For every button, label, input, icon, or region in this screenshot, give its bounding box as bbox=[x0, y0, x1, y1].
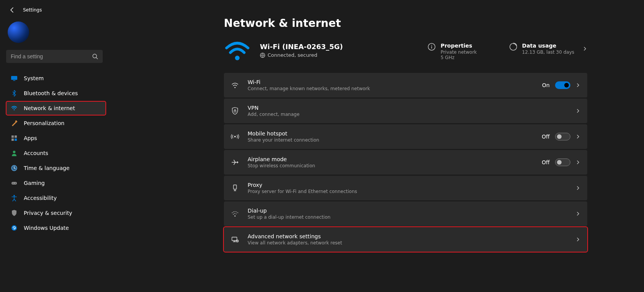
data-usage-icon bbox=[509, 43, 518, 51]
properties-line2: 5 GHz bbox=[440, 55, 476, 60]
monitor-icon bbox=[11, 75, 18, 82]
chevron-right-icon bbox=[583, 46, 587, 51]
settings-item-list: Wi-Fi Connect, manage known networks, me… bbox=[224, 73, 587, 252]
page-title: Network & internet bbox=[224, 17, 587, 30]
proxy-icon bbox=[231, 184, 239, 192]
chevron-right-icon bbox=[576, 237, 580, 242]
globe-icon bbox=[260, 53, 265, 58]
svg-rect-8 bbox=[15, 139, 17, 141]
sidebar-item-apps[interactable]: Apps bbox=[6, 131, 106, 145]
list-item-airplane[interactable]: Airplane mode Stop wireless communicatio… bbox=[224, 150, 587, 175]
avatar[interactable] bbox=[8, 21, 29, 43]
svg-point-13 bbox=[15, 183, 16, 184]
properties-card[interactable]: Properties Private network 5 GHz bbox=[427, 40, 476, 60]
wifi-icon bbox=[231, 81, 239, 89]
svg-rect-6 bbox=[15, 135, 17, 138]
svg-point-15 bbox=[12, 225, 17, 231]
sidebar-item-label: Network & internet bbox=[24, 105, 75, 111]
item-title: Proxy bbox=[248, 182, 576, 188]
svg-point-0 bbox=[93, 54, 97, 58]
search-icon bbox=[92, 53, 98, 59]
svg-point-19 bbox=[431, 45, 432, 46]
svg-point-3 bbox=[14, 109, 15, 111]
connection-status-text: Connected, secured bbox=[268, 52, 317, 58]
wifi-toggle[interactable] bbox=[555, 81, 570, 89]
update-icon bbox=[11, 224, 18, 231]
sidebar-item-gaming[interactable]: Gaming bbox=[6, 176, 106, 190]
hotspot-icon bbox=[231, 132, 239, 141]
sidebar-item-personalization[interactable]: Personalization bbox=[6, 116, 106, 130]
svg-point-12 bbox=[13, 183, 13, 184]
sidebar-item-update[interactable]: Windows Update bbox=[6, 221, 106, 235]
item-sub: Proxy server for Wi-Fi and Ethernet conn… bbox=[248, 189, 576, 194]
list-item-wifi[interactable]: Wi-Fi Connect, manage known networks, me… bbox=[224, 73, 587, 97]
sidebar-item-label: Accounts bbox=[24, 150, 48, 156]
hotspot-toggle[interactable] bbox=[555, 133, 570, 140]
svg-point-16 bbox=[235, 56, 240, 60]
sidebar-item-privacy[interactable]: Privacy & security bbox=[6, 206, 106, 220]
info-icon bbox=[427, 43, 436, 51]
sidebar-item-time-language[interactable]: Time & language bbox=[6, 161, 106, 175]
search-box[interactable] bbox=[6, 50, 103, 63]
chevron-right-icon bbox=[576, 186, 580, 190]
settings-header-title: Settings bbox=[23, 7, 42, 13]
svg-rect-25 bbox=[233, 185, 237, 189]
sidebar-item-label: Privacy & security bbox=[24, 210, 72, 216]
chevron-right-icon bbox=[576, 109, 580, 113]
shield-icon bbox=[11, 210, 18, 216]
sidebar-item-label: Accessibility bbox=[24, 195, 57, 201]
toggle-state-label: Off bbox=[542, 159, 550, 165]
sidebar-item-accessibility[interactable]: Accessibility bbox=[6, 191, 106, 205]
svg-rect-20 bbox=[432, 46, 432, 49]
item-title: VPN bbox=[248, 105, 576, 111]
sidebar-item-system[interactable]: System bbox=[6, 71, 106, 85]
sidebar-item-bluetooth[interactable]: Bluetooth & devices bbox=[6, 86, 106, 100]
dialup-icon bbox=[231, 210, 239, 218]
item-title: Advanced network settings bbox=[248, 233, 576, 239]
properties-line1: Private network bbox=[440, 49, 476, 55]
item-title: Airplane mode bbox=[248, 156, 542, 162]
item-sub: View all network adapters, network reset bbox=[248, 240, 576, 246]
chevron-right-icon bbox=[576, 83, 580, 87]
list-item-hotspot[interactable]: Mobile hotspot Share your internet conne… bbox=[224, 124, 587, 149]
wifi-large-icon bbox=[224, 40, 251, 61]
brush-icon bbox=[11, 120, 18, 127]
sidebar-item-label: Gaming bbox=[24, 180, 45, 186]
search-input[interactable] bbox=[11, 53, 92, 59]
item-title: Wi-Fi bbox=[248, 79, 542, 85]
item-title: Mobile hotspot bbox=[248, 130, 542, 137]
data-usage-line: 12.13 GB, last 30 days bbox=[522, 49, 574, 55]
connection-status-row: Wi-Fi (INEA-0263_5G) Connected, secured … bbox=[224, 40, 587, 61]
list-item-vpn[interactable]: VPN Add, connect, manage bbox=[224, 99, 587, 123]
list-item-proxy[interactable]: Proxy Proxy server for Wi-Fi and Etherne… bbox=[224, 176, 587, 200]
sidebar-item-label: Apps bbox=[24, 135, 37, 141]
item-sub: Share your internet connection bbox=[248, 137, 542, 143]
list-item-dialup[interactable]: Dial-up Set up a dial-up internet connec… bbox=[224, 201, 587, 226]
item-sub: Set up a dial-up internet connection bbox=[248, 214, 576, 220]
svg-rect-1 bbox=[11, 76, 17, 80]
settings-header: Settings bbox=[0, 0, 644, 13]
toggle-state-label: On bbox=[542, 82, 550, 88]
airplane-icon bbox=[231, 158, 239, 167]
chevron-right-icon bbox=[576, 211, 580, 216]
airplane-toggle[interactable] bbox=[555, 158, 570, 166]
sidebar-item-label: Personalization bbox=[24, 120, 64, 126]
toggle-state-label: Off bbox=[542, 134, 550, 140]
svg-rect-7 bbox=[12, 139, 14, 141]
svg-point-24 bbox=[234, 136, 236, 137]
bluetooth-icon bbox=[11, 90, 18, 97]
back-icon[interactable] bbox=[9, 7, 15, 13]
svg-point-14 bbox=[13, 195, 15, 196]
item-title: Dial-up bbox=[248, 208, 576, 214]
chevron-right-icon bbox=[576, 134, 580, 139]
chevron-right-icon bbox=[576, 160, 580, 165]
list-item-advanced[interactable]: Advanced network settings View all netwo… bbox=[224, 227, 587, 252]
person-icon bbox=[11, 150, 18, 157]
data-usage-card[interactable]: Data usage 12.13 GB, last 30 days bbox=[509, 40, 587, 55]
gamepad-icon bbox=[11, 180, 18, 186]
sidebar-item-accounts[interactable]: Accounts bbox=[6, 146, 106, 160]
clock-icon bbox=[11, 165, 18, 172]
item-sub: Stop wireless communication bbox=[248, 163, 542, 168]
svg-rect-23 bbox=[234, 111, 236, 112]
sidebar-item-network[interactable]: Network & internet bbox=[6, 101, 106, 115]
